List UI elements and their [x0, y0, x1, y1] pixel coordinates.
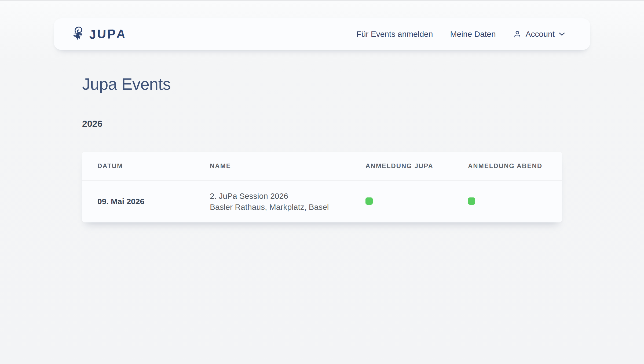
section-year-heading: 2026: [82, 119, 562, 128]
chevron-down-icon: [559, 32, 565, 36]
anmeldung-abend-cell: [468, 197, 562, 206]
user-icon: [513, 30, 522, 38]
page-title: Jupa Events: [82, 75, 562, 93]
column-header-datum: DATUM: [97, 163, 210, 169]
table-header-row: DATUM NAME ANMELDUNG JUPA ANMELDUNG ABEN…: [82, 152, 562, 181]
main-content: Jupa Events 2026 DATUM NAME ANMELDUNG JU…: [0, 75, 644, 222]
column-header-name: NAME: [210, 163, 365, 169]
column-header-anmeldung-jupa: ANMELDUNG JUPA: [365, 163, 468, 169]
account-menu-button[interactable]: Account: [513, 30, 565, 38]
event-location: Basler Rathaus, Markplatz, Basel: [210, 201, 365, 212]
baselstab-logo-icon: [72, 26, 84, 42]
nav-item-fuer-events-anmelden[interactable]: Für Events anmelden: [356, 30, 433, 38]
brand-logo[interactable]: JUPA: [72, 26, 126, 42]
event-date: 09. Mai 2026: [97, 197, 210, 206]
account-label: Account: [526, 30, 555, 38]
column-header-anmeldung-abend: ANMELDUNG ABEND: [468, 163, 562, 169]
anmeldung-abend-indicator[interactable]: [468, 197, 475, 205]
brand-name: JUPA: [89, 28, 126, 41]
anmeldung-jupa-cell: [365, 197, 468, 206]
nav-item-meine-daten[interactable]: Meine Daten: [450, 30, 496, 38]
top-navigation-bar: JUPA Für Events anmelden Meine Daten Acc…: [54, 18, 590, 50]
anmeldung-jupa-indicator[interactable]: [365, 197, 373, 205]
event-name: 2. JuPa Session 2026: [210, 190, 365, 201]
events-table: DATUM NAME ANMELDUNG JUPA ANMELDUNG ABEN…: [82, 152, 562, 222]
event-name-cell: 2. JuPa Session 2026 Basler Rathaus, Mar…: [210, 190, 365, 212]
primary-nav: Für Events anmelden Meine Daten Account: [356, 30, 565, 38]
table-row[interactable]: 09. Mai 2026 2. JuPa Session 2026 Basler…: [82, 181, 562, 222]
